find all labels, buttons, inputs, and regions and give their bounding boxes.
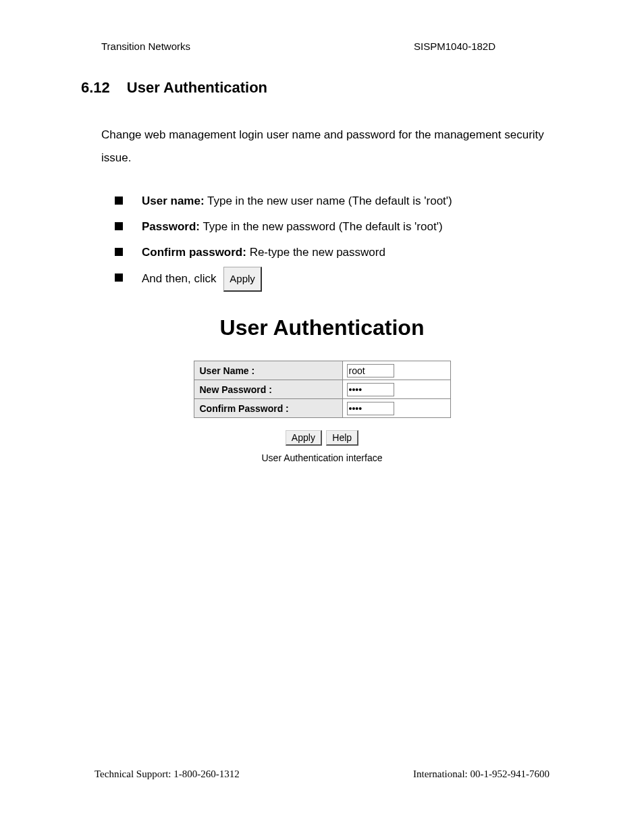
bullet-username-text: Type in the new user name (The default i…	[205, 194, 452, 207]
section-number: 6.12	[81, 79, 110, 97]
header-left: Transition Networks	[101, 41, 190, 52]
field-newpass-cell	[342, 380, 450, 399]
bullet-confirm-text: Re-type the new password	[246, 246, 385, 259]
bullet-click-prefix: And then, click	[142, 272, 219, 285]
bullet-password-label: Password:	[142, 220, 200, 233]
bullet-confirm-label: Confirm password:	[142, 246, 246, 259]
section-intro: Change web management login user name an…	[81, 124, 563, 170]
row-username: User Name :	[194, 361, 450, 380]
ui-caption: User Authentication interface	[81, 452, 563, 463]
row-newpass: New Password :	[194, 380, 450, 399]
newpass-input[interactable]	[347, 383, 394, 396]
inline-apply-button[interactable]: Apply	[223, 267, 262, 292]
label-confirm: Confirm Password :	[194, 399, 342, 418]
field-confirm-cell	[342, 399, 450, 418]
bullet-password-text: Type in the new password (The default is…	[200, 220, 443, 233]
label-newpass: New Password :	[194, 380, 342, 399]
label-username: User Name :	[194, 361, 342, 380]
help-button[interactable]: Help	[326, 430, 358, 446]
username-input[interactable]	[347, 364, 394, 377]
bullet-list: User name: Type in the new user name (Th…	[81, 190, 563, 292]
button-row: Apply Help	[81, 430, 563, 446]
field-username-cell	[342, 361, 450, 380]
footer-left: Technical Support: 1-800-260-1312	[95, 768, 240, 780]
auth-form-table: User Name : New Password : Confirm Passw…	[194, 361, 451, 418]
header-right: SISPM1040-182D	[414, 41, 495, 52]
bullet-password: Password: Type in the new password (The …	[115, 215, 563, 238]
bullet-confirm: Confirm password: Re-type the new passwo…	[115, 241, 563, 264]
row-confirm: Confirm Password :	[194, 399, 450, 418]
footer-right: International: 00-1-952-941-7600	[413, 768, 549, 780]
bullet-apply: And then, click Apply	[115, 267, 563, 292]
confirm-input[interactable]	[347, 402, 394, 415]
ui-screenshot: User Authentication User Name : New Pass…	[81, 315, 563, 463]
bullet-username-label: User name:	[142, 194, 205, 207]
apply-button[interactable]: Apply	[286, 430, 322, 446]
section-title: User Authentication	[127, 79, 267, 96]
page-footer: Technical Support: 1-800-260-1312 Intern…	[95, 768, 549, 780]
page-header: Transition Networks SISPM1040-182D	[81, 41, 563, 52]
ui-title: User Authentication	[81, 315, 563, 340]
section-heading: 6.12User Authentication	[81, 79, 563, 97]
bullet-username: User name: Type in the new user name (Th…	[115, 190, 563, 213]
